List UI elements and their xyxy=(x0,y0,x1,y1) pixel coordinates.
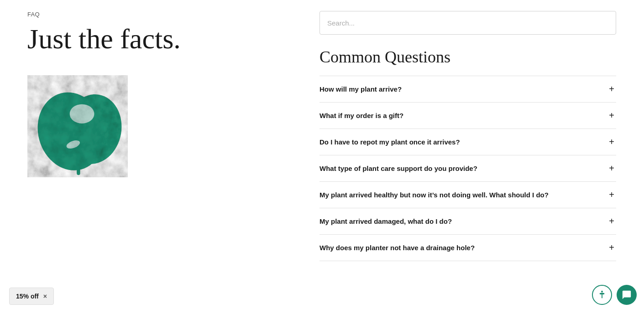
faq-question: What if my order is a gift? xyxy=(319,111,607,120)
plant-illustration xyxy=(27,68,128,168)
discount-label: 15% off xyxy=(16,293,39,300)
accessibility-icon xyxy=(597,290,607,300)
faq-label: FAQ xyxy=(27,11,292,18)
faq-question: What type of plant care support do you p… xyxy=(319,164,607,173)
faq-toggle-icon[interactable]: + xyxy=(607,138,616,147)
faq-toggle-icon[interactable]: + xyxy=(607,164,616,173)
faq-question: Why does my planter not have a drainage … xyxy=(319,243,607,252)
faq-question: My plant arrived healthy but now it’s no… xyxy=(319,190,607,200)
left-panel: FAQ Just the facts. xyxy=(27,0,310,314)
discount-bar: 15% off × xyxy=(9,288,54,305)
page-container: FAQ Just the facts. xyxy=(0,0,644,314)
faq-toggle-icon[interactable]: + xyxy=(607,217,616,226)
faq-question: My plant arrived damaged, what do I do? xyxy=(319,216,607,226)
leaf-icon xyxy=(27,68,128,177)
chat-button[interactable] xyxy=(617,285,637,305)
common-questions-title: Common Questions xyxy=(319,47,617,67)
faq-item[interactable]: Do I have to repot my plant once it arri… xyxy=(319,129,616,155)
faq-toggle-icon[interactable]: + xyxy=(607,243,616,252)
faq-question: Do I have to repot my plant once it arri… xyxy=(319,137,607,147)
chat-icon xyxy=(622,290,632,300)
accessibility-button[interactable] xyxy=(592,285,612,305)
right-panel: Common Questions How will my plant arriv… xyxy=(310,0,617,314)
faq-item[interactable]: How will my plant arrive?+ xyxy=(319,76,616,102)
faq-item[interactable]: My plant arrived damaged, what do I do?+ xyxy=(319,208,616,234)
faq-question: How will my plant arrive? xyxy=(319,84,607,94)
search-input[interactable] xyxy=(319,11,616,35)
faq-toggle-icon[interactable]: + xyxy=(607,190,616,200)
faq-toggle-icon[interactable]: + xyxy=(607,111,616,120)
faq-item[interactable]: Why does my planter not have a drainage … xyxy=(319,234,616,261)
faq-item[interactable]: My plant arrived healthy but now it’s no… xyxy=(319,181,616,208)
discount-close-button[interactable]: × xyxy=(43,293,47,300)
faq-item[interactable]: What type of plant care support do you p… xyxy=(319,155,616,181)
faq-item[interactable]: What if my order is a gift?+ xyxy=(319,102,616,129)
hero-title: Just the facts. xyxy=(27,23,292,54)
faq-list: How will my plant arrive?+What if my ord… xyxy=(319,76,616,261)
svg-point-6 xyxy=(601,291,603,293)
faq-toggle-icon[interactable]: + xyxy=(607,85,616,94)
